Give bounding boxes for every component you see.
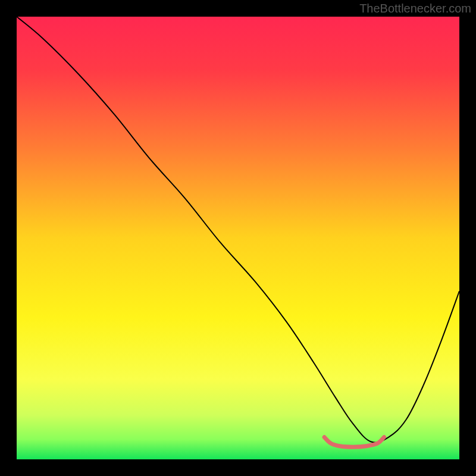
chart-svg <box>17 17 459 459</box>
watermark-text: TheBottlenecker.com <box>359 2 471 15</box>
gradient-background <box>17 17 459 459</box>
plot-area <box>17 17 459 459</box>
chart-frame: TheBottlenecker.com <box>0 0 476 476</box>
